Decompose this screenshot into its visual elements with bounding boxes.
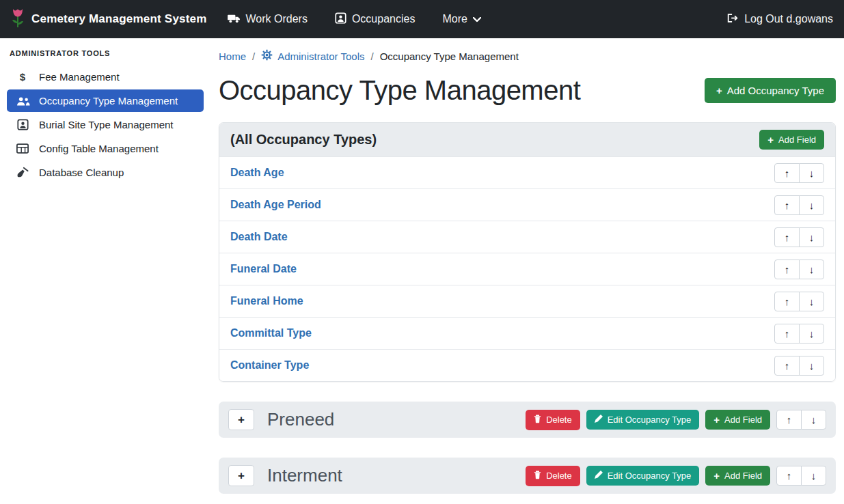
field-link-funeral-home[interactable]: Funeral Home (230, 295, 303, 307)
add-field-label: Add Field (778, 135, 816, 145)
person-badge-icon (335, 12, 346, 27)
field-link-death-age-period[interactable]: Death Age Period (230, 199, 321, 211)
move-down-button[interactable]: ↓ (801, 466, 826, 486)
sidebar-item-fee-management[interactable]: $ Fee Management (7, 66, 204, 88)
nav-more[interactable]: More (442, 13, 480, 25)
reorder-button-group: ↑ ↓ (774, 260, 824, 279)
reorder-button-group: ↑ ↓ (776, 410, 826, 430)
app-window: Cemetery Management System Work Orders (0, 0, 844, 504)
add-field-button[interactable]: + Add Field (705, 466, 770, 486)
add-field-button[interactable]: + Add Field (705, 410, 770, 430)
section-title: Preneed (267, 409, 526, 430)
move-down-button[interactable]: ↓ (799, 292, 824, 311)
move-up-button[interactable]: ↑ (776, 466, 802, 486)
sidebar-item-burial-site-type-management[interactable]: Burial Site Type Management (7, 113, 204, 136)
truck-icon (228, 13, 241, 26)
page-title: Occupancy Type Management (219, 75, 580, 106)
field-row: Death Age Period ↑ ↓ (219, 188, 835, 221)
nav-occupancies[interactable]: Occupancies (335, 12, 416, 27)
main-nav: Work Orders Occupancies More (228, 12, 481, 27)
delete-label: Delete (546, 415, 572, 425)
move-down-button[interactable]: ↓ (799, 195, 824, 215)
sidebar-heading: Administrator Tools (0, 42, 210, 64)
logout-button[interactable]: Log Out d.gowans (726, 13, 833, 26)
occupancy-type-section-interment: + Interment Delete (219, 458, 836, 494)
reorder-button-group: ↑ ↓ (774, 195, 824, 215)
all-occupancy-types-card: (All Occupancy Types) + Add Field Death … (219, 122, 836, 382)
reorder-button-group: ↑ ↓ (774, 163, 824, 183)
sidebar-item-occupancy-type-management[interactable]: Occupancy Type Management (7, 89, 204, 112)
sidebar-item-label: Fee Management (39, 71, 120, 83)
plus-icon: + (713, 415, 720, 425)
move-down-button[interactable]: ↓ (799, 356, 824, 376)
app-brand[interactable]: Cemetery Management System (11, 8, 207, 31)
sidebar-item-label: Burial Site Type Management (39, 119, 174, 130)
move-up-button[interactable]: ↑ (774, 356, 800, 376)
sidebar-item-label: Database Cleanup (39, 167, 124, 178)
sidebar-item-config-table-management[interactable]: Config Table Management (7, 137, 204, 160)
move-up-button[interactable]: ↑ (774, 324, 800, 344)
field-link-committal-type[interactable]: Committal Type (230, 327, 312, 339)
nav-work-orders[interactable]: Work Orders (228, 13, 308, 26)
field-link-death-date[interactable]: Death Date (230, 231, 288, 243)
all-occupancy-types-title: (All Occupancy Types) (230, 132, 377, 148)
breadcrumb-home[interactable]: Home (219, 51, 246, 62)
all-occupancy-types-header: (All Occupancy Types) + Add Field (219, 123, 835, 156)
table-icon (15, 143, 30, 154)
edit-occupancy-type-button[interactable]: Edit Occupancy Type (586, 466, 700, 486)
broom-icon (15, 167, 30, 178)
section-actions: Delete Edit Occupancy Type + Add Field ↑ (526, 466, 826, 486)
expand-section-button[interactable]: + (228, 409, 254, 430)
sidebar-item-label: Occupancy Type Management (39, 95, 178, 107)
move-up-button[interactable]: ↑ (774, 260, 800, 279)
add-field-button[interactable]: + Add Field (759, 130, 824, 150)
trash-icon (534, 471, 541, 481)
field-row: Funeral Date ↑ ↓ (219, 253, 835, 285)
add-field-label: Add Field (724, 471, 762, 481)
move-down-button[interactable]: ↓ (799, 324, 824, 344)
field-row: Funeral Home ↑ ↓ (219, 285, 835, 317)
add-occupancy-type-button[interactable]: + Add Occupancy Type (705, 78, 836, 103)
move-up-button[interactable]: ↑ (774, 227, 800, 247)
move-up-button[interactable]: ↑ (776, 410, 802, 430)
logout-label: Log Out d.gowans (744, 13, 833, 25)
field-link-container-type[interactable]: Container Type (230, 359, 309, 372)
move-down-button[interactable]: ↓ (799, 163, 824, 183)
chevron-down-icon (473, 13, 481, 25)
expand-section-button[interactable]: + (228, 465, 254, 486)
field-row: Death Date ↑ ↓ (219, 221, 835, 253)
sidebar-item-database-cleanup[interactable]: Database Cleanup (7, 161, 204, 184)
delete-button[interactable]: Delete (526, 466, 580, 486)
add-field-label: Add Field (724, 415, 762, 425)
move-up-button[interactable]: ↑ (774, 292, 800, 311)
main-content: Home / Administrator Tools / (210, 38, 844, 504)
edit-occupancy-type-button[interactable]: Edit Occupancy Type (586, 410, 700, 430)
reorder-button-group: ↑ ↓ (774, 292, 824, 311)
occupancy-type-section-preneed: + Preneed Delete (219, 402, 836, 438)
field-row: Container Type ↑ ↓ (219, 349, 835, 381)
move-up-button[interactable]: ↑ (774, 195, 800, 215)
edit-occupancy-type-label: Edit Occupancy Type (608, 471, 692, 481)
breadcrumb-current: Occupancy Type Management (380, 51, 519, 62)
add-occupancy-type-label: Add Occupancy Type (727, 85, 824, 96)
delete-button[interactable]: Delete (526, 410, 580, 430)
plus-icon: + (767, 135, 774, 145)
nav-occupancies-label: Occupancies (352, 13, 416, 25)
move-down-button[interactable]: ↓ (799, 227, 824, 247)
plus-icon: + (713, 471, 720, 481)
users-icon (15, 96, 30, 106)
reorder-button-group: ↑ ↓ (776, 466, 826, 486)
move-up-button[interactable]: ↑ (774, 163, 800, 183)
field-link-funeral-date[interactable]: Funeral Date (230, 263, 297, 275)
move-down-button[interactable]: ↓ (801, 410, 826, 430)
page-layout: Administrator Tools $ Fee Management Occ… (0, 38, 844, 504)
field-row: Death Age ↑ ↓ (219, 156, 835, 188)
move-down-button[interactable]: ↓ (799, 260, 824, 279)
field-link-death-age[interactable]: Death Age (230, 167, 284, 179)
section-actions: Delete Edit Occupancy Type + Add Field ↑ (526, 410, 826, 430)
sidebar: Administrator Tools $ Fee Management Occ… (0, 38, 210, 504)
reorder-button-group: ↑ ↓ (774, 227, 824, 247)
app-title: Cemetery Management System (31, 12, 207, 26)
breadcrumb-admin-tools[interactable]: Administrator Tools (261, 49, 364, 63)
plus-icon: + (716, 85, 722, 96)
